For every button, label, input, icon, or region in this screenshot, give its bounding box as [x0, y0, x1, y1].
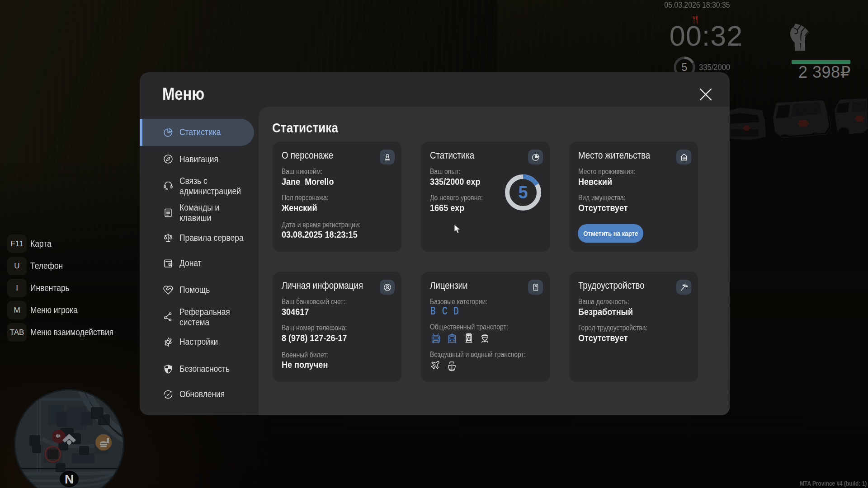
svg-text:N: N — [65, 472, 74, 486]
svg-text:5: 5 — [518, 183, 528, 202]
